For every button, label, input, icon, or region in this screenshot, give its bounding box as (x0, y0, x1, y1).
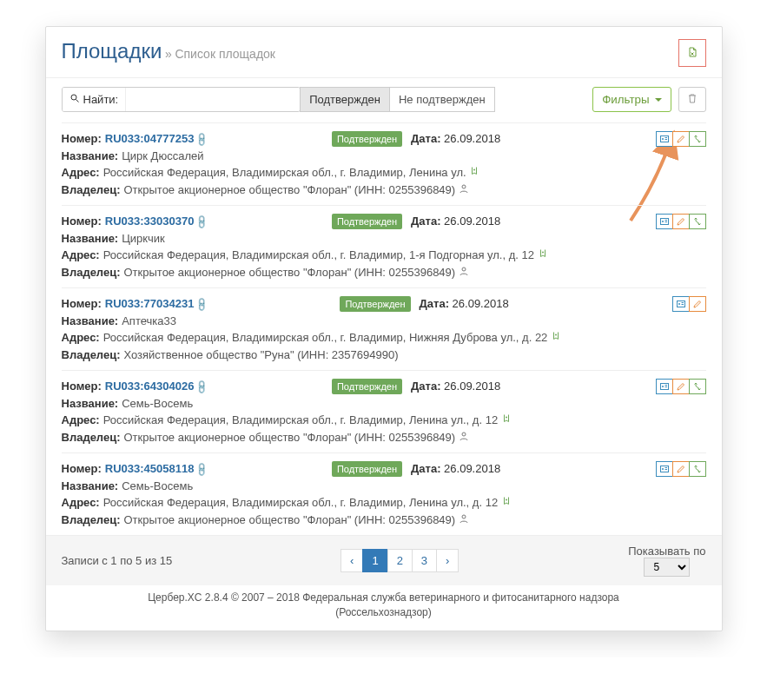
view-card-button[interactable] (656, 214, 673, 229)
date-block: Дата: 26.09.2018 (411, 460, 532, 478)
branch-button[interactable] (689, 214, 706, 229)
svg-line-1 (76, 100, 78, 102)
item-id-link[interactable]: RU033:04777253 (105, 130, 195, 148)
status-badge: Подтвержден (332, 461, 402, 478)
edit-button[interactable] (689, 296, 706, 312)
date-block: Дата: 26.09.2018 (411, 213, 532, 230)
view-card-button[interactable] (656, 461, 673, 477)
status-badge: Подтвержден (332, 379, 402, 395)
svg-point-3 (662, 138, 664, 140)
svg-point-15 (678, 303, 680, 305)
item-id-link[interactable]: RU033:77034231 (105, 295, 195, 313)
tab-confirmed[interactable]: Подтвержден (300, 87, 390, 112)
address-line: Адрес:Российская Федерация, Владимирская… (62, 494, 706, 512)
footer-copyright: Цербер.XC 2.8.4 © 2007 – 2018 Федеральна… (46, 585, 722, 631)
svg-point-20 (662, 386, 664, 387)
edit-button[interactable] (672, 131, 690, 147)
owner-line: Владелец:Открытое акционерное общество "… (62, 182, 706, 199)
name-line: Название:Циркчик (62, 230, 706, 248)
branch-button[interactable] (689, 461, 706, 477)
search-group: Найти: (62, 87, 301, 112)
address-line: Адрес:Российская Федерация, Владимирская… (62, 329, 706, 347)
file-excel-icon (687, 46, 698, 60)
page-prev[interactable]: ‹ (341, 549, 363, 572)
branch-button[interactable] (689, 131, 706, 147)
clear-filters-button[interactable] (678, 87, 706, 112)
pagination-bar: Записи с 1 по 5 из 15 ‹123› Показывать п… (46, 535, 722, 585)
svg-rect-8 (660, 218, 668, 224)
address-line: Адрес:Российская Федерация, Владимирская… (62, 247, 706, 264)
view-card-button[interactable] (672, 296, 690, 312)
map-pin-icon[interactable] (469, 166, 479, 179)
owner-line: Владелец:Хозяйственное общество "Руна" (… (62, 347, 706, 364)
page-size-select[interactable]: 5 (644, 558, 690, 577)
row-actions (657, 131, 706, 147)
copyright-line1: Цербер.XC 2.8.4 © 2007 – 2018 Федеральна… (62, 591, 706, 605)
view-card-button[interactable] (656, 131, 673, 147)
list-item: Номер: RU033:45058118🔗ПодтвержденДата: 2… (62, 452, 706, 535)
edit-button[interactable] (672, 214, 690, 229)
svg-point-13 (462, 267, 466, 271)
map-pin-icon[interactable] (538, 248, 548, 261)
item-id-link[interactable]: RU033:45058118 (105, 460, 195, 478)
view-card-button[interactable] (656, 379, 673, 394)
pagination: ‹123› (341, 549, 459, 572)
link-icon: 🔗 (193, 212, 212, 231)
search-input[interactable] (126, 88, 300, 111)
edit-button[interactable] (672, 379, 690, 394)
address-line: Адрес:Российская Федерация, Владимирская… (62, 412, 706, 429)
list-item: Номер: RU033:64304026🔗ПодтвержденДата: 2… (62, 370, 706, 452)
status-badge: Подтвержден (332, 214, 402, 230)
svg-point-30 (462, 515, 466, 518)
edit-button[interactable] (672, 461, 690, 477)
svg-point-12 (542, 252, 544, 254)
address-line: Адрес:Российская Федерация, Владимирская… (62, 164, 706, 182)
user-icon (459, 432, 469, 444)
svg-point-9 (662, 221, 664, 222)
name-line: Название:Семь-Восемь (62, 395, 706, 413)
svg-rect-25 (660, 466, 668, 472)
trash-icon (687, 93, 698, 106)
svg-rect-2 (660, 135, 668, 142)
row-actions (673, 296, 706, 312)
tab-unconfirmed[interactable]: Не подтвержден (389, 87, 495, 112)
link-icon: 🔗 (193, 294, 212, 314)
link-icon: 🔗 (193, 377, 212, 396)
map-pin-icon[interactable] (501, 413, 512, 426)
item-id-link[interactable]: RU033:64304026 (105, 378, 195, 395)
svg-point-26 (662, 468, 664, 470)
page-title: Площадки (62, 39, 162, 63)
page-next[interactable]: › (436, 549, 459, 572)
page-1[interactable]: 1 (362, 549, 387, 572)
filters-button[interactable]: Фильтры (592, 87, 671, 112)
page-size-block: Показывать по 5 (628, 545, 705, 577)
branch-button[interactable] (689, 379, 706, 394)
status-badge: Подтвержден (340, 296, 410, 313)
map-pin-icon[interactable] (501, 496, 512, 509)
name-line: Название:Аптечка33 (62, 313, 706, 330)
item-id-link[interactable]: RU033:33030370 (105, 213, 195, 230)
list-item: Номер: RU033:33030370🔗ПодтвержденДата: 2… (62, 205, 706, 287)
breadcrumb: Список площадок (175, 47, 275, 61)
number-label: Номер: (62, 460, 102, 478)
svg-point-23 (506, 417, 507, 419)
main-panel: Площадки » Список площадок Найти: Подтве… (45, 26, 723, 631)
map-pin-icon[interactable] (551, 331, 561, 344)
filters-label: Фильтры (602, 93, 649, 106)
toolbar: Найти: Подтвержден Не подтвержден Фильтр… (46, 78, 722, 121)
date-block: Дата: 26.09.2018 (411, 378, 532, 395)
records-info: Записи с 1 по 5 из 15 (62, 554, 173, 567)
svg-rect-19 (660, 383, 668, 389)
status-badge: Подтвержден (332, 131, 402, 148)
page-header: Площадки » Список площадок (46, 27, 722, 70)
owner-line: Владелец:Открытое акционерное общество "… (62, 264, 706, 281)
svg-point-29 (506, 499, 507, 501)
name-line: Название:Семь-Восемь (62, 478, 706, 495)
name-line: Название:Цирк Дюссалей (62, 148, 706, 165)
page-3[interactable]: 3 (412, 549, 437, 572)
list-item: Номер: RU033:04777253🔗ПодтвержденДата: 2… (62, 122, 706, 205)
search-icon (69, 93, 80, 106)
export-button[interactable] (678, 39, 706, 67)
date-block: Дата: 26.09.2018 (411, 130, 532, 148)
page-2[interactable]: 2 (387, 549, 413, 572)
